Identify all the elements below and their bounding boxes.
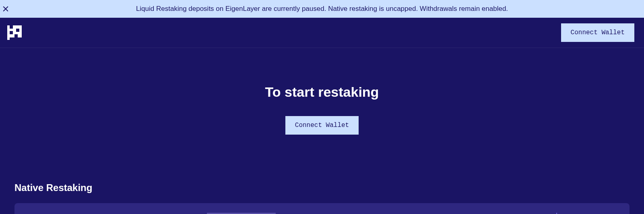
svg-rect-3 bbox=[10, 25, 13, 29]
section-title: Native Restaking bbox=[14, 182, 630, 193]
svg-rect-4 bbox=[16, 29, 19, 32]
svg-rect-6 bbox=[14, 34, 18, 37]
page-title: To start restaking bbox=[14, 84, 630, 100]
logo-icon[interactable] bbox=[7, 25, 22, 40]
asset-card[interactable]: Beacon Chain Ether ETH Create EigenPod 8… bbox=[14, 203, 630, 214]
banner-text: Liquid Restaking deposits on EigenLayer … bbox=[136, 5, 508, 13]
connect-wallet-button[interactable]: Connect Wallet bbox=[561, 23, 634, 42]
native-restaking-section: Native Restaking Beacon Chain Ether ETH … bbox=[0, 182, 644, 214]
announcement-banner: Liquid Restaking deposits on EigenLayer … bbox=[0, 0, 644, 18]
svg-rect-7 bbox=[10, 37, 22, 40]
connect-wallet-main-button[interactable]: Connect Wallet bbox=[285, 116, 359, 135]
header: Connect Wallet bbox=[0, 18, 644, 48]
svg-rect-5 bbox=[10, 31, 13, 34]
close-icon[interactable] bbox=[1, 4, 10, 14]
main-content: To start restaking Connect Wallet bbox=[0, 48, 644, 151]
